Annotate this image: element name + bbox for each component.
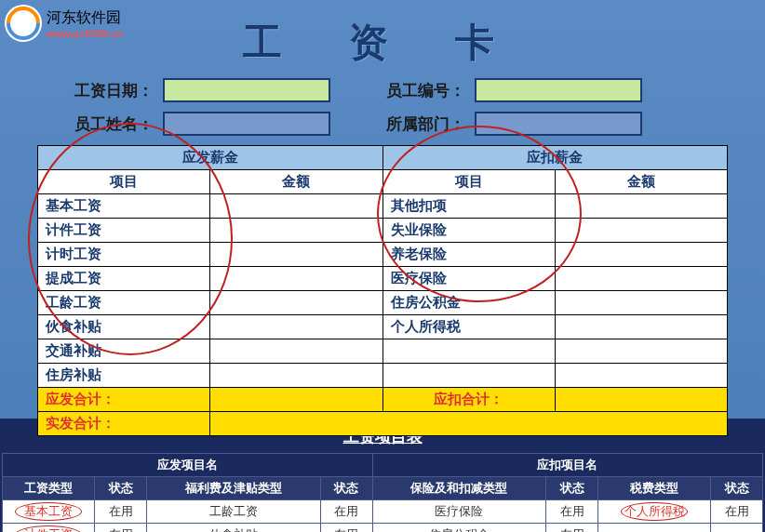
pay-total-value xyxy=(210,388,382,412)
deduct-item: 失业保险 xyxy=(382,219,555,243)
col-status: 状态 xyxy=(546,477,598,500)
group-deduct-header: 应扣项目名 xyxy=(372,454,763,477)
empno-label: 员工编号： xyxy=(386,80,465,101)
cell: 基本工资 xyxy=(3,500,95,524)
cell: 工龄工资 xyxy=(146,500,320,524)
salary-table: 应发薪金 应扣薪金 项目 金额 项目 金额 基本工资其他扣项 计件工资失业保险 … xyxy=(37,145,728,436)
col-amount: 金额 xyxy=(555,170,727,194)
name-label: 员工姓名： xyxy=(74,113,154,135)
amount-cell[interactable] xyxy=(555,315,727,339)
cell: 在用 xyxy=(320,524,372,533)
table-row: 计件工资 在用 伙食补贴 在用 住房公积金 在用 xyxy=(3,524,763,533)
col-wage-type: 工资类型 xyxy=(3,477,95,500)
col-insurance-type: 保险及和扣减类型 xyxy=(372,477,546,500)
amount-cell[interactable] xyxy=(555,243,727,267)
cell: 医疗保险 xyxy=(372,500,546,524)
table-row: 基本工资 在用 工龄工资 在用 医疗保险 在用 个人所得税 在用 xyxy=(3,500,763,524)
deduct-item: 养老保险 xyxy=(382,243,555,267)
name-input[interactable] xyxy=(163,112,330,136)
amount-cell[interactable] xyxy=(210,267,382,291)
pay-item: 工龄工资 xyxy=(38,291,210,315)
cell: 计件工资 xyxy=(3,524,95,533)
empno-input[interactable] xyxy=(475,78,642,102)
amount-cell[interactable] xyxy=(555,267,727,291)
logo-icon xyxy=(5,5,42,42)
cell xyxy=(598,524,711,533)
col-amount: 金额 xyxy=(210,170,382,194)
pay-item: 住房补贴 xyxy=(38,364,210,388)
pay-total-label: 应发合计： xyxy=(38,388,210,412)
item-table: 应发项目名 应扣项目名 工资类型 状态 福利费及津贴类型 状态 保险及和扣减类型… xyxy=(2,453,763,532)
cell: 在用 xyxy=(546,524,598,533)
deduct-total-value xyxy=(555,388,727,412)
cell: 伙食补贴 xyxy=(146,524,320,533)
date-label: 工资日期： xyxy=(74,80,154,101)
col-item: 项目 xyxy=(38,170,210,194)
col-welfare-type: 福利费及津贴类型 xyxy=(146,477,320,500)
amount-cell[interactable] xyxy=(210,194,382,219)
amount-cell[interactable] xyxy=(210,364,382,388)
actual-total-label: 实发合计： xyxy=(38,412,210,436)
dept-input[interactable] xyxy=(475,112,642,136)
col-status: 状态 xyxy=(711,477,763,500)
cell: 在用 xyxy=(95,500,147,524)
amount-cell[interactable] xyxy=(555,194,727,219)
dept-label: 所属部门： xyxy=(386,113,465,135)
col-item: 项目 xyxy=(382,170,555,194)
pay-item: 提成工资 xyxy=(38,267,210,291)
salary-card-panel: 河东软件园 www.pc0359.cn 工 资 卡 工资日期： 员工编号： 员工… xyxy=(0,0,765,419)
pay-item: 基本工资 xyxy=(38,194,210,219)
actual-total-value xyxy=(210,412,728,436)
pay-item: 计时工资 xyxy=(38,243,210,267)
cell: 个人所得税 xyxy=(598,500,711,524)
deduct-header: 应扣薪金 xyxy=(382,146,728,170)
amount-cell[interactable] xyxy=(555,219,727,243)
cell: 在用 xyxy=(711,500,763,524)
pay-item: 伙食补贴 xyxy=(38,315,210,339)
col-tax-type: 税费类型 xyxy=(598,477,711,500)
deduct-item: 住房公积金 xyxy=(382,291,555,315)
amount-cell[interactable] xyxy=(210,219,382,243)
col-status: 状态 xyxy=(95,477,147,500)
deduct-item: 个人所得税 xyxy=(382,315,555,339)
deduct-item: 其他扣项 xyxy=(382,194,555,219)
date-input[interactable] xyxy=(163,78,330,102)
pay-item: 交通补贴 xyxy=(38,339,210,364)
cell: 在用 xyxy=(320,500,372,524)
cell: 住房公积金 xyxy=(372,524,546,533)
amount-cell[interactable] xyxy=(210,291,382,315)
amount-cell[interactable] xyxy=(210,339,382,364)
amount-cell[interactable] xyxy=(210,315,382,339)
cell: 在用 xyxy=(546,500,598,524)
col-status: 状态 xyxy=(320,477,372,500)
logo-area: 河东软件园 www.pc0359.cn xyxy=(5,5,123,42)
logo-url: www.pc0359.cn xyxy=(47,28,123,39)
pay-item: 计件工资 xyxy=(38,219,210,243)
group-pay-header: 应发项目名 xyxy=(3,454,373,477)
deduct-item: 医疗保险 xyxy=(382,267,555,291)
logo-title: 河东软件园 xyxy=(47,8,123,28)
cell: 在用 xyxy=(95,524,147,533)
amount-cell[interactable] xyxy=(555,291,727,315)
card-title: 工 资 卡 xyxy=(37,0,728,78)
deduct-total-label: 应扣合计： xyxy=(382,388,555,412)
cell xyxy=(711,524,763,533)
amount-cell[interactable] xyxy=(210,243,382,267)
pay-header: 应发薪金 xyxy=(38,146,383,170)
